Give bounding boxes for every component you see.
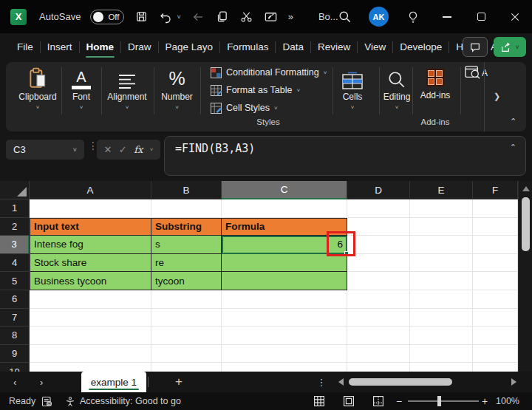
vertical-scroll-thumb[interactable] bbox=[522, 197, 530, 251]
tab-develope[interactable]: Develope bbox=[393, 33, 449, 61]
row-header-4[interactable]: 4 bbox=[0, 254, 30, 273]
cell-F8[interactable] bbox=[473, 327, 518, 345]
minimize-button[interactable] bbox=[430, 0, 464, 33]
cell-E9[interactable] bbox=[410, 345, 473, 363]
cell-E1[interactable] bbox=[410, 199, 473, 218]
accessibility-status[interactable]: Accessibility: Good to go bbox=[80, 392, 181, 410]
close-button[interactable] bbox=[498, 0, 532, 33]
clipboard-group-button[interactable]: Clipboard ˅ bbox=[15, 66, 61, 111]
cell-D8[interactable] bbox=[347, 327, 410, 345]
row-header-2[interactable]: 2 bbox=[0, 218, 30, 236]
cell-C8[interactable] bbox=[222, 327, 347, 345]
row-header-5[interactable]: 5 bbox=[0, 272, 30, 290]
search-icon[interactable] bbox=[327, 10, 361, 24]
collapse-ribbon-icon[interactable]: ⌃ bbox=[510, 117, 516, 126]
cell-C6[interactable] bbox=[222, 290, 347, 309]
cell-F6[interactable] bbox=[473, 290, 518, 309]
cell-D4[interactable] bbox=[347, 254, 410, 273]
cell-F1[interactable] bbox=[473, 199, 518, 218]
format-as-table-button[interactable]: Format as Table˅ bbox=[211, 84, 300, 96]
cell-styles-button[interactable]: Cell Styles˅ bbox=[211, 102, 278, 114]
conditional-formatting-button[interactable]: Conditional Formatting˅ bbox=[211, 66, 327, 78]
column-header-D[interactable]: D bbox=[347, 181, 410, 199]
column-header-B[interactable]: B bbox=[151, 181, 222, 199]
insert-function-icon[interactable]: fx bbox=[134, 144, 143, 155]
cell-E5[interactable] bbox=[410, 272, 473, 290]
column-header-F[interactable]: F bbox=[473, 181, 518, 199]
tab-formulas[interactable]: Formulas bbox=[220, 33, 275, 61]
collapse-formula-bar-icon[interactable]: ⌃ bbox=[510, 143, 516, 152]
formula-input[interactable]: =FIND(B3,A3) ⌃ bbox=[164, 136, 526, 176]
row-header-7[interactable]: 7 bbox=[0, 309, 30, 327]
column-header-A[interactable]: A bbox=[30, 181, 151, 199]
cell-C2[interactable]: Formula bbox=[222, 218, 347, 236]
cell-A10[interactable] bbox=[30, 363, 151, 372]
cells-group-button[interactable]: Cells ˅ bbox=[334, 66, 371, 111]
share-button[interactable]: ˅ bbox=[494, 37, 526, 57]
cell-E8[interactable] bbox=[410, 327, 473, 345]
accessibility-icon[interactable] bbox=[65, 392, 75, 410]
cell-E2[interactable] bbox=[410, 218, 473, 236]
tab-draw[interactable]: Draw bbox=[121, 33, 158, 61]
tab-view[interactable]: View bbox=[358, 33, 392, 61]
cell-F4[interactable] bbox=[473, 254, 518, 273]
cell-A2[interactable]: Input text bbox=[30, 218, 151, 236]
tab-insert[interactable]: Insert bbox=[41, 33, 79, 61]
normal-view-icon[interactable] bbox=[313, 392, 325, 410]
cell-D10[interactable] bbox=[347, 363, 410, 372]
zoom-out-button[interactable]: − bbox=[396, 392, 402, 410]
tab-file[interactable]: File bbox=[10, 33, 40, 61]
cell-E3[interactable] bbox=[410, 236, 473, 254]
macro-record-icon[interactable] bbox=[41, 392, 52, 410]
quick-access-overflow-icon[interactable]: » bbox=[288, 11, 293, 22]
cell-D5[interactable] bbox=[347, 272, 410, 290]
cell-C1[interactable] bbox=[222, 199, 347, 218]
tab-home[interactable]: Home bbox=[80, 33, 121, 61]
cell-F2[interactable] bbox=[473, 218, 518, 236]
cell-F5[interactable] bbox=[473, 272, 518, 290]
cell-C3[interactable]: 6 bbox=[222, 236, 347, 254]
select-all-corner[interactable] bbox=[0, 181, 30, 199]
lightbulb-icon[interactable] bbox=[396, 10, 430, 24]
cell-B2[interactable]: Substring bbox=[151, 218, 222, 236]
row-header-1[interactable]: 1 bbox=[0, 199, 30, 218]
zoom-in-button[interactable]: + bbox=[482, 392, 488, 410]
cell-B9[interactable] bbox=[151, 345, 222, 363]
row-header-6[interactable]: 6 bbox=[0, 290, 30, 309]
cell-E6[interactable] bbox=[410, 290, 473, 309]
cell-C5[interactable] bbox=[222, 272, 347, 290]
add-sheet-button[interactable]: + bbox=[171, 372, 186, 392]
ink-editor-icon[interactable] bbox=[264, 10, 279, 24]
alignment-group-button[interactable]: Alignment ˅ bbox=[104, 66, 150, 111]
sheet-tab-active[interactable]: example 1 bbox=[81, 372, 146, 392]
save-icon[interactable] bbox=[134, 10, 149, 24]
fx-chevron-icon[interactable]: ˅ bbox=[150, 146, 154, 153]
scroll-up-icon[interactable] bbox=[522, 186, 530, 191]
cell-A7[interactable] bbox=[30, 309, 151, 327]
row-header-8[interactable]: 8 bbox=[0, 327, 30, 345]
cell-A5[interactable]: Business tycoon bbox=[30, 272, 151, 290]
cell-A1[interactable] bbox=[30, 199, 151, 218]
cell-E4[interactable] bbox=[410, 254, 473, 273]
cell-B8[interactable] bbox=[151, 327, 222, 345]
cell-A9[interactable] bbox=[30, 345, 151, 363]
name-box[interactable]: C3 ˅ bbox=[6, 140, 84, 160]
cell-C7[interactable] bbox=[222, 309, 347, 327]
cell-B5[interactable]: tycoon bbox=[151, 272, 222, 290]
cell-A6[interactable] bbox=[30, 290, 151, 309]
row-header-3[interactable]: 3 bbox=[0, 236, 30, 254]
cell-A3[interactable]: Intense fog bbox=[30, 236, 151, 254]
cell-F3[interactable] bbox=[473, 236, 518, 254]
comments-button[interactable] bbox=[463, 37, 488, 57]
cell-B4[interactable]: re bbox=[151, 254, 222, 273]
cancel-entry-icon[interactable]: ✕ bbox=[103, 144, 112, 155]
cell-F10[interactable] bbox=[473, 363, 518, 372]
cell-D1[interactable] bbox=[347, 199, 410, 218]
cell-E10[interactable] bbox=[410, 363, 473, 372]
vertical-scrollbar[interactable] bbox=[518, 181, 532, 372]
analyze-data-icon[interactable] bbox=[465, 65, 481, 83]
sheet-options-icon[interactable]: ⋮ bbox=[316, 372, 327, 392]
next-sheet-icon[interactable]: › bbox=[40, 372, 43, 392]
add-ins-button[interactable]: Add-ins bbox=[415, 64, 456, 100]
column-header-C[interactable]: C bbox=[222, 181, 347, 199]
